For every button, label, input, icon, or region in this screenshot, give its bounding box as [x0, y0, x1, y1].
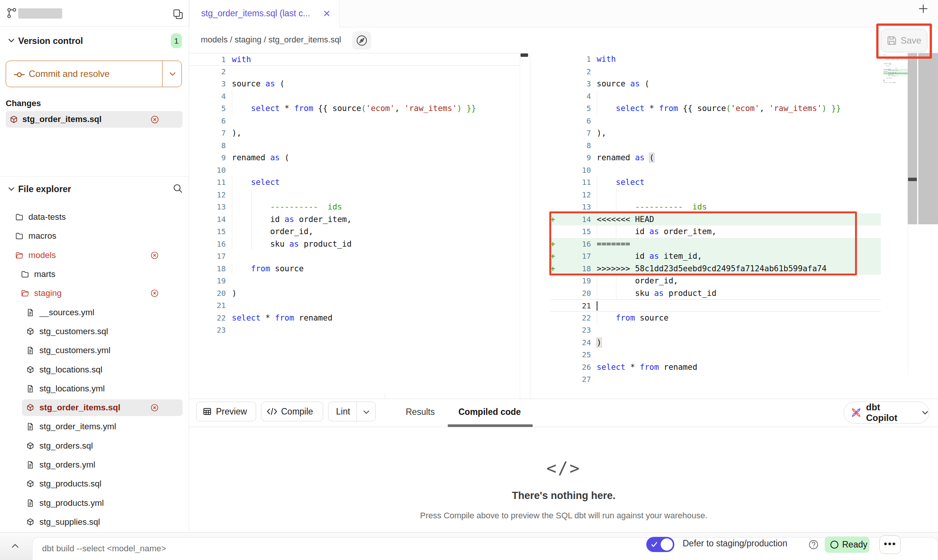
file-row-stg_orders.yml[interactable]: stg_orders.yml	[0, 455, 189, 474]
commit-dropdown[interactable]	[162, 61, 182, 87]
code-line-20[interactable]: 20)	[189, 287, 520, 300]
file-row-stg_order_items.yml[interactable]: stg_order_items.yml	[0, 417, 189, 436]
lineage-compass-icon[interactable]	[352, 31, 371, 50]
code-line-11[interactable]: 11 select	[550, 176, 881, 189]
more-options-button[interactable]: •••	[879, 535, 901, 554]
changed-file-row[interactable]: stg_order_items.sql	[6, 111, 183, 128]
file-row-stg_locations.sql[interactable]: stg_locations.sql	[0, 360, 189, 379]
code-line-11[interactable]: 11 select	[189, 176, 520, 189]
code-line-21[interactable]: 21	[189, 299, 520, 312]
new-tab-plus-icon[interactable]	[918, 3, 929, 14]
code-line-20[interactable]: 20 sku as product_id	[550, 287, 881, 300]
file-row-stg_customers.sql[interactable]: stg_customers.sql	[0, 322, 189, 341]
file-row-__sources.yml[interactable]: __sources.yml	[0, 303, 189, 322]
code-line-23[interactable]: 23	[550, 324, 881, 336]
chevron-down-icon[interactable]	[8, 38, 15, 43]
code-line-10[interactable]: 10	[550, 164, 881, 177]
tab-stg-order-items[interactable]: stg_order_items.sql (last c...	[189, 0, 340, 28]
git-branch-icon[interactable]	[7, 8, 17, 19]
right-scrollbar-track[interactable]	[908, 53, 917, 224]
file-row-stg_customers.yml[interactable]: stg_customers.yml	[0, 341, 189, 360]
code-line-6[interactable]: 6	[550, 115, 881, 127]
file-row-stg_supplies.sql[interactable]: stg_supplies.sql	[0, 513, 189, 532]
code-editor-left-pane[interactable]: 1with23source as (45 select * from {{ so…	[189, 53, 520, 336]
chevron-down-icon[interactable]	[8, 186, 15, 192]
code-line-13[interactable]: 13 ---------- ids	[550, 201, 881, 213]
code-line-2[interactable]: 2	[189, 66, 520, 78]
code-editor-right-pane[interactable]: 1with23source as (45 select * from {{ so…	[550, 53, 881, 386]
code-line-19[interactable]: 19	[189, 275, 520, 287]
pane-divider[interactable]	[530, 53, 530, 399]
minimap[interactable]: with source as ( select * from {{ source…	[881, 53, 908, 234]
code-line-3[interactable]: 3source as (	[189, 78, 520, 90]
help-question-icon[interactable]	[808, 540, 819, 550]
code-line-4[interactable]: 4	[550, 90, 881, 103]
discard-circle-x-icon[interactable]	[150, 404, 159, 412]
file-row-macros[interactable]: macros	[0, 227, 189, 246]
tab-results[interactable]: Results	[406, 407, 435, 417]
code-line-7[interactable]: 7),	[189, 127, 520, 139]
code-line-23[interactable]: 23	[189, 324, 520, 336]
code-line-8[interactable]: 8	[189, 139, 520, 152]
file-row-data-tests[interactable]: data-tests	[0, 208, 189, 227]
defer-toggle[interactable]	[646, 537, 674, 552]
code-line-24[interactable]: 24)	[550, 336, 881, 349]
code-line-4[interactable]: 4	[189, 90, 520, 103]
code-line-5[interactable]: 5 select * from {{ source('ecom', 'raw_i…	[189, 102, 520, 115]
code-line-9[interactable]: 9renamed as (	[550, 152, 881, 164]
code-line-9[interactable]: 9renamed as (	[189, 152, 520, 164]
code-line-16[interactable]: +16=======	[550, 238, 881, 250]
code-line-10[interactable]: 10	[189, 164, 520, 177]
code-line-22[interactable]: 22 from source	[550, 312, 881, 324]
search-icon[interactable]	[173, 183, 183, 194]
code-line-3[interactable]: 3source as (	[550, 78, 881, 90]
close-icon[interactable]	[323, 10, 330, 17]
code-line-13[interactable]: 13 ---------- ids	[189, 201, 520, 213]
lint-button[interactable]: Lint	[328, 402, 376, 421]
right-scrollbar-thumb[interactable]	[908, 178, 917, 181]
file-row-staging[interactable]: staging	[0, 284, 189, 303]
code-line-14[interactable]: +14<<<<<<< HEAD	[550, 213, 881, 226]
discard-circle-x-icon[interactable]	[150, 289, 159, 297]
commit-and-resolve-button[interactable]: Commit and resolve	[6, 61, 182, 87]
command-input[interactable]: dbt build --select <model_name>	[32, 537, 938, 560]
code-line-12[interactable]: 12	[189, 189, 520, 201]
code-line-8[interactable]: 8	[550, 139, 881, 152]
code-line-6[interactable]: 6	[189, 115, 520, 127]
discard-circle-x-icon[interactable]	[150, 251, 159, 260]
copy-icon[interactable]	[173, 9, 183, 20]
lint-dropdown[interactable]	[356, 402, 376, 421]
file-row-stg_products.yml[interactable]: stg_products.yml	[0, 493, 189, 512]
code-line-17[interactable]: +17 id as item_id,	[550, 250, 881, 263]
file-row-stg_orders.sql[interactable]: stg_orders.sql	[0, 436, 189, 455]
code-line-12[interactable]: 12	[550, 189, 881, 201]
code-line-7[interactable]: 7),	[550, 127, 881, 139]
code-line-18[interactable]: +18>>>>>>> 58c1dd23d5eebd9cd2495fa7124ab…	[550, 263, 881, 275]
file-row-stg_locations.yml[interactable]: stg_locations.yml	[0, 379, 189, 398]
code-line-14[interactable]: 14 id as order_item,	[189, 213, 520, 226]
code-line-26[interactable]: 26select * from renamed	[550, 361, 881, 374]
code-line-17[interactable]: 17	[189, 250, 520, 263]
dbt-copilot-button[interactable]: dbt Copilot	[844, 402, 929, 424]
code-line-15[interactable]: 15 order_id,	[189, 225, 520, 238]
code-line-1[interactable]: 1with	[189, 53, 520, 66]
code-line-21[interactable]: 21	[550, 299, 881, 312]
preview-button[interactable]: Preview	[196, 402, 256, 421]
file-row-stg_order_items.sql[interactable]: stg_order_items.sql	[0, 398, 189, 417]
compile-button[interactable]: Compile	[261, 402, 323, 421]
code-line-22[interactable]: 22select * from renamed	[189, 312, 520, 324]
code-line-15[interactable]: 15 id as order_item,	[550, 225, 881, 238]
file-row-marts[interactable]: marts	[0, 265, 189, 284]
code-line-25[interactable]: 25	[550, 349, 881, 361]
save-button[interactable]: Save	[881, 29, 927, 52]
code-line-19[interactable]: 19 order_id,	[550, 275, 881, 287]
code-line-16[interactable]: 16 sku as product_id	[189, 238, 520, 250]
file-row-models[interactable]: models	[0, 246, 189, 265]
code-line-18[interactable]: 18 from source	[189, 263, 520, 275]
tab-compiled-code[interactable]: Compiled code	[458, 407, 521, 417]
code-line-27[interactable]: 27	[550, 373, 881, 386]
code-line-2[interactable]: 2	[550, 66, 881, 78]
code-line-1[interactable]: 1with	[550, 53, 881, 66]
chevron-up-icon[interactable]	[11, 543, 20, 549]
left-scrollbar-thumb[interactable]	[521, 53, 528, 57]
